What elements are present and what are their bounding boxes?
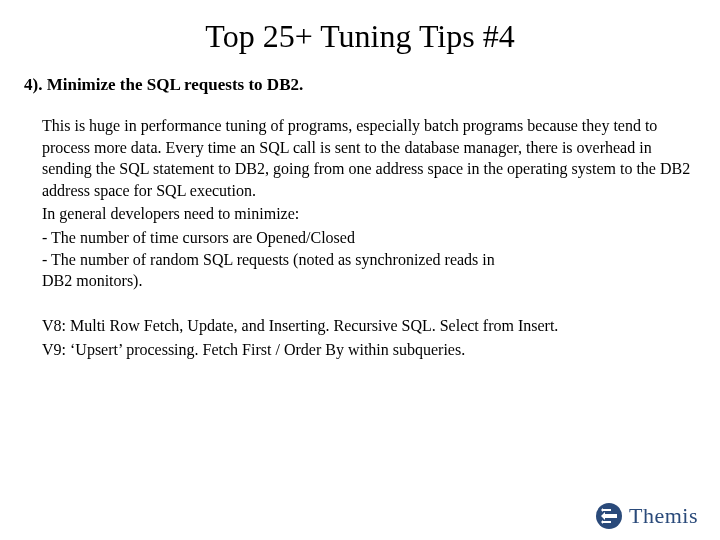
footnotes: V8: Multi Row Fetch, Update, and Inserti… [24, 314, 696, 362]
footnote-v9: V9: ‘Upsert’ processing. Fetch First / O… [24, 338, 696, 362]
themis-icon [595, 502, 623, 530]
body-paragraph-1: This is huge in performance tuning of pr… [24, 115, 696, 201]
slide-content: 4). Minimize the SQL requests to DB2. Th… [0, 75, 720, 362]
slide-title: Top 25+ Tuning Tips #4 [0, 18, 720, 55]
body-paragraph-2: In general developers need to minimize: [24, 203, 696, 225]
bullet-item-1: - The number of time cursors are Opened/… [24, 227, 696, 249]
section-heading: 4). Minimize the SQL requests to DB2. [24, 75, 696, 95]
brand-name: Themis [629, 503, 698, 529]
brand-logo: Themis [595, 502, 698, 530]
footnote-v8: V8: Multi Row Fetch, Update, and Inserti… [24, 314, 696, 338]
bullet-item-2-cont: DB2 monitors). [24, 270, 696, 292]
bullet-item-2: - The number of random SQL requests (not… [24, 249, 696, 271]
